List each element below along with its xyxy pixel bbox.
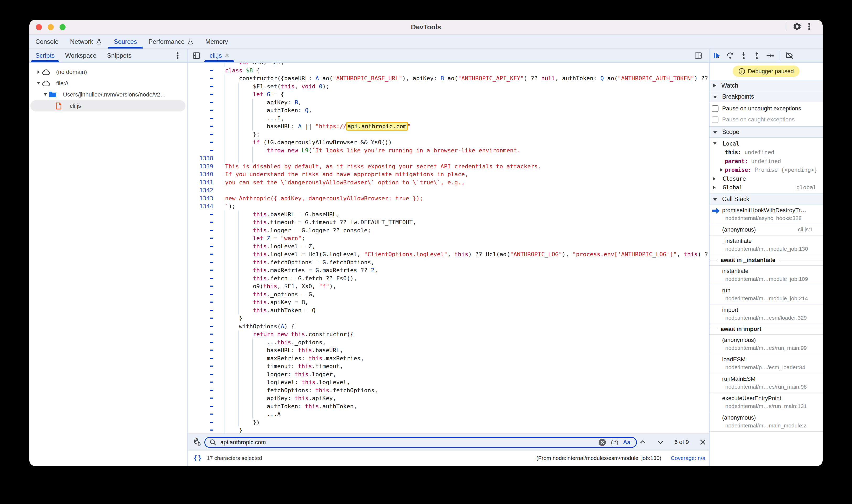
navigator-tab-snippets[interactable]: Snippets <box>103 49 136 62</box>
scope-value: global <box>796 184 816 191</box>
main-tab-sources[interactable]: Sources <box>108 35 143 49</box>
frame-location: node:internal/m…module_job:214 <box>725 295 808 302</box>
main-tab-performance[interactable]: Performance <box>143 35 199 49</box>
code-scroll-area[interactable]: var Xs0, $F1;class $8 { constructor({bas… <box>188 63 709 434</box>
call-stack-frame[interactable]: importnode:internal/m…esm/loader:329 <box>710 304 823 324</box>
editor-tab-cli-js[interactable]: cli.js × <box>205 49 234 62</box>
scope-row-promise[interactable]: promise:Promise {<pending>} <box>710 166 823 175</box>
frame-name: (anonymous) <box>722 414 756 421</box>
clear-search-icon[interactable] <box>598 438 606 446</box>
code-line: } <box>188 426 709 434</box>
tree-item-Users-jinhuilee-nvm-versions-node-v-[interactable]: Users/jinhuilee/.nvm/versions/node/v2… <box>29 89 187 100</box>
settings-gear-icon[interactable] <box>793 22 802 31</box>
code-line: 1343new Anthropic({ apiKey, dangerouslyA… <box>188 195 709 203</box>
call-stack-frame[interactable]: executeUserEntryPointnode:internal/m…s/r… <box>710 393 823 412</box>
source-origin-link[interactable]: node:internal/modules/esm/module_job:130 <box>553 455 659 461</box>
breakpoint-gutter-dash <box>188 114 213 123</box>
disclosure-collapsed-icon[interactable] <box>35 71 42 74</box>
step-out-icon[interactable] <box>752 51 761 60</box>
code-line: 1344`); <box>188 202 709 211</box>
section-watch[interactable]: Watch <box>710 80 823 91</box>
scope-row-Global[interactable]: Globalglobal <box>710 183 823 192</box>
breakpoint-gutter-dash <box>188 211 213 219</box>
code-line: this._options = G, <box>188 291 709 299</box>
breakpoint-gutter-dash <box>188 250 213 258</box>
call-stack-frame[interactable]: (anonymous)cli.js:1 <box>710 224 823 235</box>
disclosure-expanded-icon[interactable] <box>42 93 49 96</box>
call-stack-frame[interactable]: loadESMnode:internal/p…/esm_loader:34 <box>710 354 823 373</box>
search-input[interactable]: api.anthropic.com (.*) Aa <box>205 437 637 448</box>
editor-tab-label: cli.js <box>210 52 222 59</box>
more-options-kebab-icon[interactable] <box>808 22 811 31</box>
scope-row-parent[interactable]: parent:undefined <box>710 157 823 166</box>
code-line: baseURL: A || "https://api.anthropic.com… <box>188 123 709 131</box>
pretty-print-icon[interactable]: {} <box>193 454 202 462</box>
info-icon <box>739 68 745 75</box>
checkbox[interactable] <box>712 105 718 112</box>
frame-location: node:internal/p…/esm_loader:34 <box>725 364 805 371</box>
tree-item-cli-js[interactable]: cli.js <box>29 100 187 111</box>
previous-match-icon[interactable] <box>639 438 646 446</box>
step-icon[interactable] <box>765 51 775 60</box>
scope-row-this[interactable]: this:undefined <box>710 148 823 157</box>
coverage-link[interactable]: Coverage: n/a <box>671 455 705 461</box>
folder-icon <box>49 91 63 98</box>
call-stack-frame[interactable]: promiseInitHookWithDestroyTr…node:intern… <box>710 205 823 224</box>
section-scope[interactable]: Scope <box>710 126 823 138</box>
main-tab-memory[interactable]: Memory <box>200 35 234 49</box>
main-tab-network[interactable]: Network <box>64 35 108 49</box>
scope-row-Local[interactable]: Local <box>710 139 823 148</box>
scope-prop-value: undefined <box>751 158 781 164</box>
close-search-icon[interactable] <box>699 438 707 446</box>
scope-prop-value: undefined <box>744 149 774 156</box>
scope-prop-name: this: <box>725 149 741 156</box>
await-label: await in _instantiate <box>721 257 776 264</box>
tree-item-label: cli.js <box>70 103 81 109</box>
section-call-stack[interactable]: Call Stack <box>710 194 823 205</box>
main-tab-console[interactable]: Console <box>30 35 64 49</box>
code-line: this.logLevel = Z, <box>188 242 709 251</box>
breakpoint-gutter-dash <box>188 402 213 411</box>
navigator-tab-scripts[interactable]: Scripts <box>31 49 59 62</box>
call-stack-frame[interactable]: runnode:internal/m…module_job:214 <box>710 285 823 304</box>
deactivate-breakpoints-icon[interactable] <box>785 51 794 60</box>
call-stack-frame[interactable]: instantiatenode:internal/m…module_job:10… <box>710 266 823 285</box>
hide-navigator-panel-icon[interactable] <box>192 51 201 60</box>
next-match-icon[interactable] <box>657 438 664 446</box>
call-stack-await-row: await in import <box>710 324 823 335</box>
debugger-sidebar: Debugger paused Watch Breakpoints Pause … <box>710 63 823 466</box>
match-case-toggle[interactable]: Aa <box>623 439 631 446</box>
navigator-more-kebab-icon[interactable] <box>176 49 179 62</box>
code-line: timeout: this.timeout, <box>188 362 709 371</box>
regex-toggle[interactable]: (.*) <box>611 439 618 446</box>
tree-item--no-domain-[interactable]: (no domain) <box>29 66 187 78</box>
frame-name: loadESM <box>722 356 745 363</box>
frame-location: node:internal/m…es/run_main:98 <box>725 384 807 390</box>
frame-name: instantiate <box>722 268 748 274</box>
checkbox[interactable] <box>712 116 718 123</box>
step-into-icon[interactable] <box>739 51 748 60</box>
section-breakpoints[interactable]: Breakpoints <box>710 91 823 102</box>
call-stack-frame[interactable]: _instantiatenode:internal/m…module_job:1… <box>710 235 823 255</box>
code-line: 1341you can set the \`dangerouslyAllowBr… <box>188 179 709 187</box>
hide-debugger-panel-icon[interactable] <box>694 51 703 60</box>
call-stack-frame[interactable]: (anonymous)node:internal/m…main_module:2 <box>710 412 823 432</box>
scope-prop-value: Promise {<pending>} <box>755 167 817 173</box>
window-title: DevTools <box>29 20 823 35</box>
step-over-icon[interactable] <box>726 51 735 60</box>
close-tab-icon[interactable]: × <box>225 51 229 59</box>
tree-item-file-[interactable]: file:// <box>29 78 187 89</box>
code-line: authToken: this.authToken, <box>188 402 709 411</box>
frame-name: import <box>722 307 738 313</box>
code-line: let G = { <box>188 90 709 98</box>
disclosure-expanded-icon[interactable] <box>35 82 42 85</box>
call-stack-frame[interactable]: (anonymous)node:internal/m…es/run_main:9… <box>710 335 823 354</box>
resume-script-icon[interactable] <box>712 51 721 60</box>
file-icon <box>56 102 70 110</box>
line-number: 1340 <box>188 170 213 179</box>
disclosure-collapsed-icon <box>713 177 723 180</box>
scope-row-Closure[interactable]: Closure <box>710 174 823 183</box>
call-stack-frame[interactable]: runMainESMnode:internal/m…es/run_main:98 <box>710 373 823 393</box>
navigator-tab-workspace[interactable]: Workspace <box>60 49 101 62</box>
search-replace-toggle-icon[interactable]: AB <box>193 438 202 447</box>
